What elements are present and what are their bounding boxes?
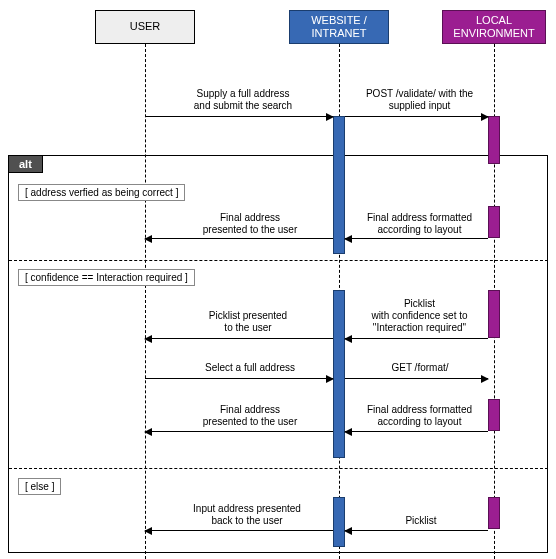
arrow-website-to-user-6 [145, 530, 333, 531]
arrow-website-to-user-2 [145, 238, 333, 239]
arrow-website-to-user-3 [145, 338, 333, 339]
arrow-user-to-website-1 [145, 116, 333, 117]
msg-input-presented-back: Input address presented back to the user [172, 503, 322, 527]
activation-website-1 [333, 116, 345, 254]
msg-picklist-confidence: Picklist with confidence set to "Interac… [352, 298, 487, 334]
arrow-local-to-website-5 [345, 431, 488, 432]
msg-final-presented-1: Final address presented to the user [180, 212, 320, 236]
msg-picklist-presented: Picklist presented to the user [178, 310, 318, 334]
guard-3: [ else ] [18, 478, 61, 495]
arrow-local-to-website-2 [345, 238, 488, 239]
guard-1: [ address verfied as being correct ] [18, 184, 185, 201]
arrow-user-to-website-4 [145, 378, 333, 379]
activation-local-3 [488, 290, 500, 338]
arrow-local-to-website-3 [345, 338, 488, 339]
msg-select-address: Select a full address [180, 362, 320, 374]
activation-local-5 [488, 497, 500, 529]
activation-local-4 [488, 399, 500, 431]
alt-divider-1 [9, 260, 548, 261]
msg-post-validate: POST /validate/ with the supplied input [352, 88, 487, 112]
msg-final-formatted-1: Final address formatted according to lay… [352, 212, 487, 236]
participant-local: LOCAL ENVIRONMENT [442, 10, 546, 44]
participant-website-label: WEBSITE / INTRANET [311, 14, 367, 40]
msg-final-formatted-2: Final address formatted according to lay… [352, 404, 487, 428]
arrow-website-to-local-4 [345, 378, 488, 379]
msg-supply-address: Supply a full address and submit the sea… [168, 88, 318, 112]
msg-picklist-else: Picklist [396, 515, 446, 527]
guard-2: [ confidence == Interaction required ] [18, 269, 195, 286]
alt-tag: alt [8, 155, 43, 173]
arrow-website-to-user-5 [145, 431, 333, 432]
participant-user-label: USER [130, 20, 161, 33]
arrow-local-to-website-6 [345, 530, 488, 531]
participant-user: USER [95, 10, 195, 44]
alt-divider-2 [9, 468, 548, 469]
participant-local-label: LOCAL ENVIRONMENT [453, 14, 534, 40]
msg-final-presented-2: Final address presented to the user [180, 404, 320, 428]
arrow-website-to-local-1 [345, 116, 488, 117]
msg-get-format: GET /format/ [380, 362, 460, 374]
activation-website-3 [333, 497, 345, 547]
activation-local-2 [488, 206, 500, 238]
activation-local-1 [488, 116, 500, 164]
participant-website: WEBSITE / INTRANET [289, 10, 389, 44]
